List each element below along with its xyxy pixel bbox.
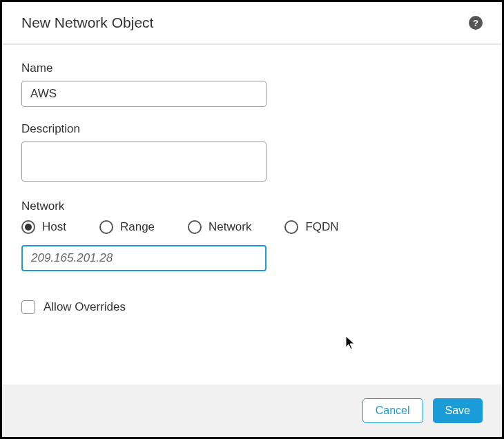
radio-icon — [284, 220, 298, 234]
save-button[interactable]: Save — [433, 398, 483, 423]
radio-icon — [188, 220, 202, 234]
network-input-wrap — [21, 245, 483, 271]
allow-overrides-label: Allow Overrides — [43, 300, 126, 314]
radio-range[interactable]: Range — [99, 220, 155, 234]
network-field-group: Network Host Range Network FQDN — [21, 199, 483, 271]
radio-icon — [99, 220, 113, 234]
network-radio-group: Host Range Network FQDN — [21, 220, 483, 234]
dialog-header: New Network Object ? — [2, 2, 502, 45]
radio-host[interactable]: Host — [21, 220, 66, 234]
dialog-title: New Network Object — [21, 14, 153, 31]
name-field-group: Name — [21, 61, 483, 107]
network-label: Network — [21, 199, 483, 213]
radio-icon — [21, 220, 35, 234]
cancel-button[interactable]: Cancel — [362, 398, 423, 423]
dialog-content: Name Description Network Host Range Netw… — [2, 45, 502, 384]
radio-network-label: Network — [209, 220, 251, 234]
description-label: Description — [21, 122, 483, 136]
radio-fqdn-label: FQDN — [305, 220, 338, 234]
network-value-input[interactable] — [21, 245, 266, 271]
name-label: Name — [21, 61, 483, 75]
dialog-footer: Cancel Save — [2, 384, 502, 437]
radio-fqdn[interactable]: FQDN — [284, 220, 338, 234]
name-input[interactable] — [21, 81, 266, 107]
radio-network[interactable]: Network — [188, 220, 251, 234]
description-field-group: Description — [21, 122, 483, 184]
description-input[interactable] — [21, 142, 266, 182]
radio-range-label: Range — [120, 220, 155, 234]
radio-host-label: Host — [42, 220, 66, 234]
help-icon[interactable]: ? — [469, 16, 483, 30]
allow-overrides-checkbox[interactable]: Allow Overrides — [21, 300, 483, 314]
checkbox-icon — [21, 300, 35, 314]
